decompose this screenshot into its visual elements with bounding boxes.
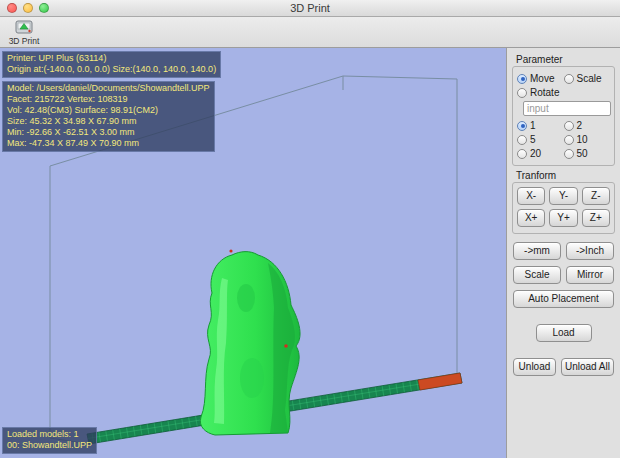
z-plus-button[interactable]: Z+	[582, 209, 610, 227]
3d-viewport[interactable]: Printer: UP! Plus (63114) Origin at:(-14…	[0, 48, 506, 458]
load-button[interactable]: Load	[536, 324, 592, 342]
to-inch-button[interactable]: ->Inch	[566, 242, 614, 260]
radio-step-50-icon	[564, 149, 574, 159]
radio-step-20-label: 20	[530, 148, 541, 159]
parameter-group-title: Parameter	[516, 54, 620, 65]
radio-move-icon	[517, 74, 527, 84]
print-tool-button[interactable]: 3D Print	[6, 18, 42, 46]
radio-scale-icon	[564, 74, 574, 84]
loaded-count: Loaded models: 1	[7, 429, 92, 440]
radio-step-5[interactable]: 5	[517, 134, 564, 145]
unload-button[interactable]: Unload	[513, 358, 556, 376]
radio-rotate-label: Rotate	[530, 87, 559, 98]
titlebar[interactable]: 3D Print	[0, 0, 620, 17]
printer-origin-size: Origin at:(-140.0, 0.0, 0.0) Size:(140.0…	[7, 64, 216, 75]
radio-step-10-label: 10	[577, 134, 588, 145]
action-buttons: ->mm ->Inch Scale Mirror Auto Placement …	[507, 238, 620, 376]
radio-step-2[interactable]: 2	[564, 120, 611, 131]
radio-step-2-label: 2	[577, 120, 583, 131]
radio-step-1-icon	[517, 121, 527, 131]
transform-group-title: Tranform	[516, 170, 620, 181]
radio-rotate[interactable]: Rotate	[517, 87, 564, 98]
z-minus-button[interactable]: Z-	[582, 187, 610, 205]
model-max: Max: -47.34 X 87.49 X 70.90 mm	[7, 138, 210, 149]
radio-step-50-label: 50	[577, 148, 588, 159]
unload-all-button[interactable]: Unload All	[561, 358, 614, 376]
radio-step-20[interactable]: 20	[517, 148, 564, 159]
loaded-item: 00: Showandtell.UPP	[7, 440, 92, 451]
model-path: Model: /Users/daniel/Documents/Showandte…	[7, 83, 210, 94]
model-volume: Vol: 42.48(CM3) Surface: 98.91(CM2)	[7, 105, 210, 116]
radio-step-5-icon	[517, 135, 527, 145]
mirror-button[interactable]: Mirror	[566, 266, 614, 284]
bust-model	[200, 249, 300, 435]
radio-move-label: Move	[530, 73, 554, 84]
parameter-group: Move Scale Rotate	[512, 66, 615, 166]
x-plus-button[interactable]: X+	[517, 209, 545, 227]
scale-button[interactable]: Scale	[513, 266, 561, 284]
defect-speck	[229, 249, 232, 252]
loaded-models-overlay: Loaded models: 1 00: Showandtell.UPP	[2, 427, 97, 454]
radio-rotate-icon	[517, 88, 527, 98]
toolbar: 3D Print	[0, 17, 620, 48]
radio-step-2-icon	[564, 121, 574, 131]
y-minus-button[interactable]: Y-	[549, 187, 577, 205]
model-facets: Facet: 215722 Vertex: 108319	[7, 94, 210, 105]
to-mm-button[interactable]: ->mm	[513, 242, 561, 260]
radio-step-10-icon	[564, 135, 574, 145]
window-title: 3D Print	[0, 2, 620, 14]
auto-placement-button[interactable]: Auto Placement	[513, 290, 614, 308]
control-panel: Parameter Move Scale Rotate	[506, 48, 620, 458]
radio-move[interactable]: Move	[517, 73, 564, 84]
printer-info-overlay: Printer: UP! Plus (63114) Origin at:(-14…	[2, 51, 221, 78]
x-minus-button[interactable]: X-	[517, 187, 545, 205]
y-plus-button[interactable]: Y+	[549, 209, 577, 227]
radio-scale-label: Scale	[577, 73, 602, 84]
radio-step-20-icon	[517, 149, 527, 159]
3d-print-icon	[15, 18, 33, 36]
transform-group: X- Y- Z- X+ Y+ Z+	[512, 182, 615, 234]
printer-name: Printer: UP! Plus (63114)	[7, 53, 216, 64]
app-window: 3D Print 3D Print	[0, 0, 620, 458]
defect-speck	[284, 344, 288, 348]
model-size: Size: 45.32 X 34.98 X 67.90 mm	[7, 116, 210, 127]
radio-scale[interactable]: Scale	[564, 73, 611, 84]
model-info-overlay: Model: /Users/daniel/Documents/Showandte…	[2, 81, 215, 152]
radio-step-5-label: 5	[530, 134, 536, 145]
model-min: Min: -92.66 X -62.51 X 3.00 mm	[7, 127, 210, 138]
parameter-input[interactable]	[523, 101, 611, 116]
radio-step-1[interactable]: 1	[517, 120, 564, 131]
radio-step-1-label: 1	[530, 120, 536, 131]
radio-step-50[interactable]: 50	[564, 148, 611, 159]
main-content: Printer: UP! Plus (63114) Origin at:(-14…	[0, 48, 620, 458]
print-tool-label: 3D Print	[9, 36, 40, 46]
radio-step-10[interactable]: 10	[564, 134, 611, 145]
